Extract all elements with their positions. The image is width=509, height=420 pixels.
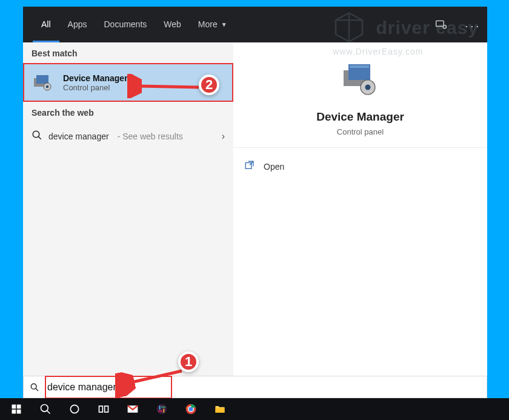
svg-rect-10 — [350, 65, 369, 68]
open-action[interactable]: Open — [244, 156, 476, 176]
detail-header: Device Manager Control panel — [233, 42, 487, 148]
best-match-subtitle: Control panel — [63, 83, 128, 92]
svg-rect-3 — [36, 75, 48, 84]
svg-rect-19 — [17, 405, 21, 409]
web-result-suffix: - See web results — [118, 132, 183, 141]
svg-point-12 — [365, 85, 370, 90]
chevron-right-icon: › — [222, 131, 225, 142]
taskbar-search-button[interactable] — [32, 398, 59, 420]
tab-documents[interactable]: Documents — [95, 7, 155, 42]
svg-line-15 — [36, 388, 38, 391]
taskbar-app-slack[interactable] — [148, 398, 176, 420]
callout-1: 1 — [178, 352, 199, 372]
svg-point-5 — [46, 85, 49, 88]
task-view-button[interactable] — [90, 398, 118, 420]
search-panel: All Apps Documents Web More ▼ Best match — [23, 7, 487, 398]
device-manager-large-icon — [341, 63, 380, 102]
svg-point-24 — [70, 405, 78, 413]
svg-rect-25 — [99, 406, 103, 412]
svg-rect-18 — [12, 405, 16, 409]
web-result-query: device manager — [48, 132, 109, 141]
search-web-label: Search the web — [23, 102, 233, 122]
chevron-down-icon: ▼ — [221, 7, 227, 42]
svg-line-16 — [136, 86, 199, 87]
open-icon — [244, 160, 255, 173]
svg-rect-26 — [105, 406, 108, 412]
detail-subtitle: Control panel — [239, 127, 481, 136]
svg-rect-36 — [216, 408, 225, 413]
search-input-row — [23, 376, 487, 398]
web-result-row[interactable]: device manager - See web results › — [23, 122, 233, 150]
search-input-icon — [24, 382, 45, 392]
taskbar — [0, 398, 509, 420]
svg-point-28 — [157, 404, 167, 415]
svg-line-17 — [128, 371, 182, 383]
svg-point-22 — [41, 405, 48, 412]
tab-more[interactable]: More ▼ — [190, 7, 236, 42]
svg-rect-20 — [12, 410, 16, 414]
tab-apps[interactable]: Apps — [59, 7, 96, 42]
best-match-label: Best match — [23, 42, 233, 63]
tab-web[interactable]: Web — [155, 7, 190, 42]
taskbar-app-file-explorer[interactable] — [206, 398, 234, 420]
svg-point-1 — [443, 25, 446, 28]
svg-point-14 — [31, 384, 36, 389]
detail-column: Device Manager Control panel Open — [233, 42, 487, 376]
feedback-icon[interactable] — [433, 16, 450, 33]
svg-point-6 — [33, 131, 39, 138]
svg-line-7 — [38, 136, 41, 139]
taskbar-app-chrome[interactable] — [177, 398, 205, 420]
search-body: Best match Device Manager Control panel … — [23, 42, 487, 376]
tab-more-label: More — [198, 7, 218, 42]
detail-actions: Open — [233, 148, 487, 185]
taskbar-app-gmail[interactable] — [119, 398, 147, 420]
detail-title: Device Manager — [239, 110, 481, 124]
svg-line-23 — [47, 411, 50, 414]
best-match-title: Device Manager — [63, 73, 128, 83]
search-icon — [32, 130, 42, 142]
search-tabs: All Apps Documents Web More ▼ — [23, 7, 487, 42]
callout-2: 2 — [199, 75, 219, 95]
svg-rect-0 — [436, 21, 444, 26]
device-manager-icon — [33, 72, 53, 93]
svg-rect-21 — [17, 410, 21, 414]
cortana-button[interactable] — [61, 398, 88, 420]
open-label: Open — [264, 162, 284, 172]
start-button[interactable] — [2, 398, 30, 420]
more-options-icon[interactable] — [464, 16, 481, 33]
tab-all[interactable]: All — [33, 7, 59, 42]
